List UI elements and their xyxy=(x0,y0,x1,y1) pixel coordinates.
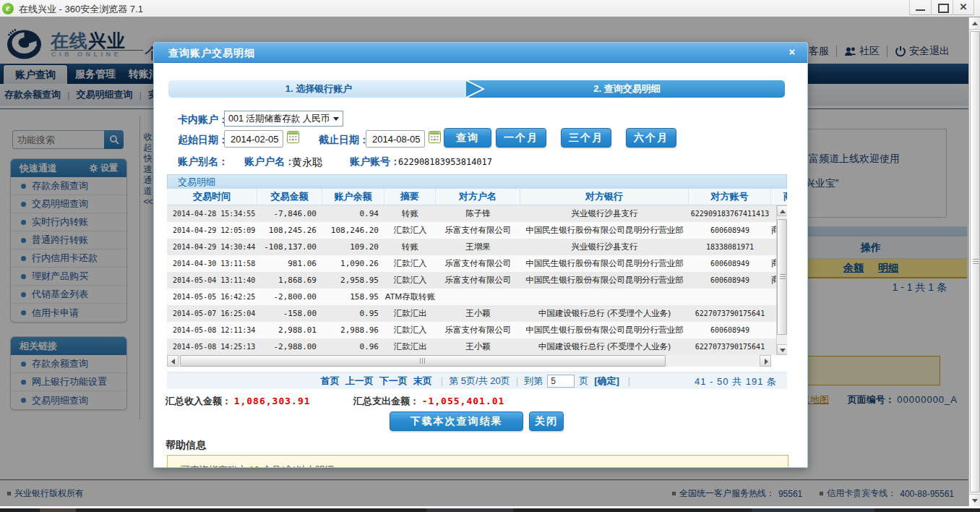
step-1-tab[interactable]: 1. 选择银行账户 xyxy=(168,80,469,98)
window-maximize-button[interactable] xyxy=(931,0,953,15)
step-2-tab[interactable]: 2. 查询交易明细 xyxy=(469,80,785,98)
window-close-button[interactable] xyxy=(953,0,974,15)
cell-0-2: 0.94 xyxy=(322,205,384,222)
taskbar-strip xyxy=(0,508,980,512)
window-title: 在线兴业 - 360安全浏览器 7.1 xyxy=(19,3,143,16)
one-month-button[interactable]: 一个月 xyxy=(496,128,546,148)
alias-label: 账户别名： xyxy=(178,155,228,168)
column-header-4: 对方户名 xyxy=(436,189,520,205)
table-row-6[interactable]: 2014-05-07 16:25:04-158.000.95汇款汇出王小颖中国建… xyxy=(167,305,787,322)
select-arrow-icon xyxy=(333,117,339,121)
download-results-button[interactable]: 下载本次查询结果 xyxy=(390,411,523,431)
calendar-icon[interactable] xyxy=(429,131,441,143)
cell-0-0: 2014-04-28 15:34:55 xyxy=(167,205,257,222)
pager-first[interactable]: 首页 xyxy=(321,375,340,388)
pager-next[interactable]: 下一页 xyxy=(379,375,408,388)
total-out: 汇总支出金额： -1,055,401.01 xyxy=(353,395,504,408)
table-hscrollbar-thumb[interactable] xyxy=(180,355,666,367)
six-month-button[interactable]: 六个月 xyxy=(626,128,676,148)
pager-confirm-button[interactable]: [确定] xyxy=(594,375,619,388)
end-date-input[interactable] xyxy=(366,130,425,148)
cell-2-2: 109.20 xyxy=(322,239,384,255)
table-horizontal-scrollbar[interactable] xyxy=(167,355,771,367)
transaction-query-dialog: 查询账户交易明细 × 1. 选择银行账户 2. 查询交易明细 卡内账户： 001… xyxy=(153,42,808,468)
cell-1-5: 中国民生银行股份有限公司昆明分行营业部 xyxy=(520,222,689,239)
cell-2-4: 王增果 xyxy=(436,239,520,255)
total-out-value: -1,055,401.01 xyxy=(422,396,505,406)
cell-6-6: 6227073790175641 xyxy=(689,305,771,322)
cell-0-4: 陈子锋 xyxy=(436,205,520,222)
table-body: 2014-04-28 15:34:55-7,846.000.94转账陈子锋兴业银… xyxy=(167,205,787,355)
column-header-3: 摘要 xyxy=(384,189,436,205)
pager-goto-input[interactable] xyxy=(547,375,575,388)
arrow-down-icon xyxy=(972,499,978,503)
table-row-0[interactable]: 2014-04-28 15:34:55-7,846.000.94转账陈子锋兴业银… xyxy=(167,205,787,222)
table-scrollbar-thumb[interactable] xyxy=(777,219,787,335)
table-title: 交易明细 xyxy=(167,174,787,189)
cell-5-2: 158.95 xyxy=(322,289,384,305)
number-value: 622908183953814017 xyxy=(398,157,492,167)
calendar-icon[interactable] xyxy=(287,131,299,143)
table-row-8[interactable]: 2014-05-08 14:25:13-2,988.000.96汇款汇出王小颖中… xyxy=(167,338,787,355)
cell-5-3: ATM存取转账 xyxy=(384,289,436,305)
cell-2-6: 18338081971 xyxy=(689,239,771,255)
cell-2-0: 2014-04-29 14:30:44 xyxy=(167,239,257,255)
cell-7-5: 中国民生银行股份有限公司昆明分行营业部 xyxy=(520,322,689,338)
scrollbar-grip xyxy=(780,274,786,280)
table-row-7[interactable]: 2014-05-08 12:11:342,988.012,988.96汇款汇入乐… xyxy=(167,322,787,338)
pagination-bar: 首页 上一页 下一页 末页 | 第 5页/共 20页 | 到第 页 [确定] |… xyxy=(167,372,787,389)
table-scroll-left-button[interactable] xyxy=(167,355,179,367)
account-select-label: 卡内账户： xyxy=(178,114,228,127)
window-minimize-button[interactable] xyxy=(909,0,931,15)
pager-last[interactable]: 末页 xyxy=(413,375,432,388)
cell-3-4: 乐富支付有限公司 xyxy=(436,255,520,272)
column-header-7: 商户名称 xyxy=(771,189,787,205)
pager-range: 41 - 50 共 191 条 xyxy=(695,375,777,388)
cell-6-1: -158.00 xyxy=(257,305,322,322)
table-header-row: 交易时间交易金额账户余额摘要对方户名对方银行对方账号商户名称 xyxy=(167,189,787,205)
cell-4-0: 2014-05-04 13:11:40 xyxy=(167,272,257,289)
query-button[interactable]: 查询 xyxy=(444,128,491,148)
arrow-right-icon xyxy=(765,359,768,364)
pager-prev[interactable]: 上一页 xyxy=(345,375,374,388)
table-row-5[interactable]: 2014-05-05 16:42:25-2,800.00158.95ATM存取转… xyxy=(167,289,787,305)
taskbar-item xyxy=(40,508,76,512)
table-vertical-scrollbar[interactable] xyxy=(776,205,787,355)
cell-5-6 xyxy=(689,289,771,305)
cell-0-5: 兴业银行沙县支行 xyxy=(520,205,689,222)
dialog-close-icon[interactable]: × xyxy=(786,46,799,59)
table-scroll-down-button[interactable] xyxy=(777,344,787,355)
cell-1-1: 108,245.26 xyxy=(257,222,322,239)
column-header-6: 对方账号 xyxy=(689,189,771,205)
total-in-label: 汇总收入金额： xyxy=(166,396,231,406)
cell-6-2: 0.95 xyxy=(322,305,384,322)
transaction-table: 交易明细 交易时间交易金额账户余额摘要对方户名对方银行对方账号商户名称 2014… xyxy=(167,174,787,355)
browser-scrollbar[interactable] xyxy=(968,17,980,506)
table-row-1[interactable]: 2014-04-29 12:05:09108,245.26108,246.20汇… xyxy=(167,222,787,239)
help-box: 可查询指定账户 13 个月(含)以内明细。 xyxy=(167,455,788,468)
table-scroll-up-button[interactable] xyxy=(777,205,787,216)
cell-3-2: 1,090.26 xyxy=(322,255,384,272)
arrow-left-icon xyxy=(171,359,175,364)
scrollbar-up-button[interactable] xyxy=(969,17,980,30)
taskbar-item xyxy=(426,508,513,512)
column-header-2: 账户余额 xyxy=(322,189,384,205)
start-date-input[interactable] xyxy=(224,130,283,148)
close-button[interactable]: 关闭 xyxy=(529,411,564,431)
table-row-4[interactable]: 2014-05-04 13:11:401,868.692,958.95汇款汇入乐… xyxy=(167,272,787,289)
cell-7-1: 2,988.01 xyxy=(257,322,322,338)
table-row-2[interactable]: 2014-04-29 14:30:44-108,137.00109.20转账王增… xyxy=(167,239,787,255)
account-select[interactable]: 001 活期储蓄存款 人民币 xyxy=(224,111,343,127)
table-scroll-right-button[interactable] xyxy=(760,355,771,367)
scrollbar-thumb[interactable] xyxy=(970,31,980,492)
scrollbar-down-button[interactable] xyxy=(969,494,980,506)
three-month-button[interactable]: 三个月 xyxy=(561,128,611,148)
cell-2-1: -108,137.00 xyxy=(257,239,322,255)
arrow-up-icon xyxy=(972,22,978,25)
cell-4-4: 乐富支付有限公司 xyxy=(436,272,520,289)
pager-info: 第 5页/共 20页 xyxy=(449,375,510,388)
browser-logo-icon: e xyxy=(2,3,14,14)
column-header-0: 交易时间 xyxy=(167,189,257,205)
cell-7-3: 汇款汇入 xyxy=(384,322,436,338)
table-row-3[interactable]: 2014-04-30 13:11:58981.061,090.26汇款汇入乐富支… xyxy=(167,255,787,272)
